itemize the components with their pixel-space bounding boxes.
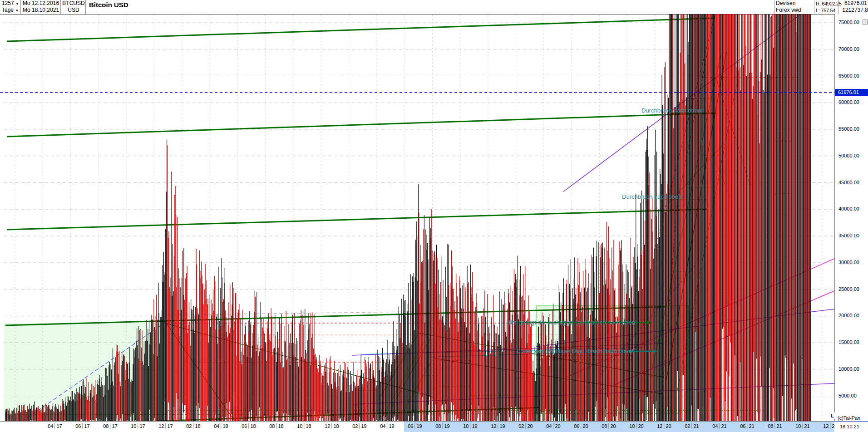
axis-resize-icon[interactable] bbox=[863, 20, 868, 25]
y-axis-label: 5000.00 bbox=[838, 393, 857, 398]
quote-market: Devisen bbox=[776, 0, 795, 7]
y-axis-label: 50000.00 bbox=[838, 153, 859, 158]
quote-last: 61976.01 bbox=[840, 0, 867, 7]
annotation-breakout-2021-may: Durchbruch nach oben! bbox=[622, 193, 683, 200]
x-axis-label: 1218 bbox=[325, 423, 339, 429]
x-axis-label: 0219 bbox=[352, 423, 367, 429]
quote-feed: Forex vwd bbox=[776, 7, 801, 14]
y-axis-label: 40000.00 bbox=[838, 206, 859, 211]
y-axis-label: 15000.00 bbox=[838, 339, 859, 345]
chevron-down-icon: ▼ bbox=[15, 9, 19, 13]
chevron-down-icon: ▼ bbox=[15, 2, 19, 6]
x-axis-label: 1018 bbox=[297, 423, 311, 429]
x-axis-label: 1219 bbox=[491, 423, 505, 429]
x-axis-label: 1221 bbox=[823, 423, 834, 429]
x-axis-label: 0420 bbox=[546, 423, 561, 429]
x-axis-label: 0221 bbox=[685, 423, 699, 429]
date-end: Mo 18.10.2021 bbox=[23, 7, 59, 14]
y-axis-label: 10000.00 bbox=[838, 366, 859, 372]
header-row-divider bbox=[774, 7, 868, 7]
y-axis-label: 25000.00 bbox=[838, 286, 859, 292]
last-marker: L bbox=[829, 412, 835, 419]
taipan-chart-window: 1257 ▼ Tage ▼ Mo 12.12.2016 Mo 18.10.202… bbox=[0, 0, 868, 432]
page-title: Bitcoin USD bbox=[89, 1, 128, 9]
header-divider bbox=[85, 0, 86, 14]
x-axis-label: 0820 bbox=[602, 423, 616, 429]
y-axis-label: 75000.00 bbox=[838, 20, 859, 25]
x-axis-label: 1020 bbox=[629, 423, 644, 429]
period-select[interactable]: Tage ▼ bbox=[2, 7, 19, 14]
y-axis-label: 20000.00 bbox=[838, 313, 859, 318]
bars-count-value: 1257 bbox=[2, 0, 14, 6]
x-axis-label: 1017 bbox=[131, 423, 145, 429]
copyright-label: (c)Tai-Pan bbox=[838, 415, 860, 421]
header-row-divider bbox=[0, 7, 85, 7]
x-axis-label: 0220 bbox=[518, 423, 533, 429]
annotation-most-important-breakout: Hier gelingt der wichtigste Durchbruch n… bbox=[506, 319, 637, 326]
period-value: Tage bbox=[2, 7, 14, 13]
x-axis-label: 0817 bbox=[103, 423, 118, 429]
x-axis-label: 0819 bbox=[435, 423, 450, 429]
x-axis-label: 1021 bbox=[795, 423, 810, 429]
x-axis-label: 1220 bbox=[657, 423, 671, 429]
bars-count-select[interactable]: 1257 ▼ bbox=[2, 0, 19, 7]
last-date: 18.10.21 bbox=[840, 423, 859, 430]
quote-low: L: 757.54 bbox=[816, 7, 835, 14]
x-axis-label: 0421 bbox=[712, 423, 727, 429]
x-axis[interactable]: 0417061708171017121702180418061808181018… bbox=[0, 421, 834, 432]
x-axis-label: 0417 bbox=[48, 423, 62, 429]
x-axis-label: 0418 bbox=[214, 423, 228, 429]
x-axis-label: 0618 bbox=[242, 423, 256, 429]
date-start: Mo 12.12.2016 bbox=[23, 0, 59, 7]
x-axis-label: 0621 bbox=[740, 423, 755, 429]
annotation-breakout-2021: Durchbruch nach oben! bbox=[641, 107, 703, 114]
x-axis-label: 0619 bbox=[408, 423, 422, 429]
y-axis-label: 60000.00 bbox=[838, 99, 859, 105]
last-date-cell: L 18.10.21 bbox=[834, 421, 868, 432]
y-axis[interactable]: 61976.01 75000.0070000.0065000.0060000.0… bbox=[834, 14, 868, 421]
quote-volume: 1212737.8 bbox=[840, 7, 868, 14]
x-axis-label: 0617 bbox=[75, 423, 90, 429]
annotation-first-important-breakout: Erster sehr wichtiger Durchbruch nach ob… bbox=[517, 348, 633, 354]
x-axis-label: 1217 bbox=[158, 423, 173, 429]
y-axis-label: 35000.00 bbox=[838, 233, 859, 238]
x-axis-label: 0620 bbox=[574, 423, 588, 429]
x-axis-label: 1019 bbox=[463, 423, 478, 429]
symbol-currency: USD bbox=[62, 7, 85, 14]
chart-header: 1257 ▼ Tage ▼ Mo 12.12.2016 Mo 18.10.202… bbox=[0, 0, 868, 15]
y-axis-label: 70000.00 bbox=[838, 46, 859, 52]
y-axis-label: 45000.00 bbox=[838, 180, 859, 185]
symbol-code: BTCUSD bbox=[62, 0, 85, 7]
x-axis-label: 0818 bbox=[269, 423, 284, 429]
x-axis-label: 0218 bbox=[186, 423, 201, 429]
x-axis-label: 0419 bbox=[380, 423, 395, 429]
y-axis-label: 30000.00 bbox=[838, 260, 859, 265]
x-axis-label: 0821 bbox=[768, 423, 782, 429]
price-chart[interactable]: Durchbruch nach oben! Durchbruch nach ob… bbox=[0, 14, 834, 421]
y-axis-label: 55000.00 bbox=[838, 126, 859, 132]
y-axis-label: 65000.00 bbox=[838, 73, 859, 79]
current-price-tag: 61976.01 bbox=[835, 89, 868, 96]
